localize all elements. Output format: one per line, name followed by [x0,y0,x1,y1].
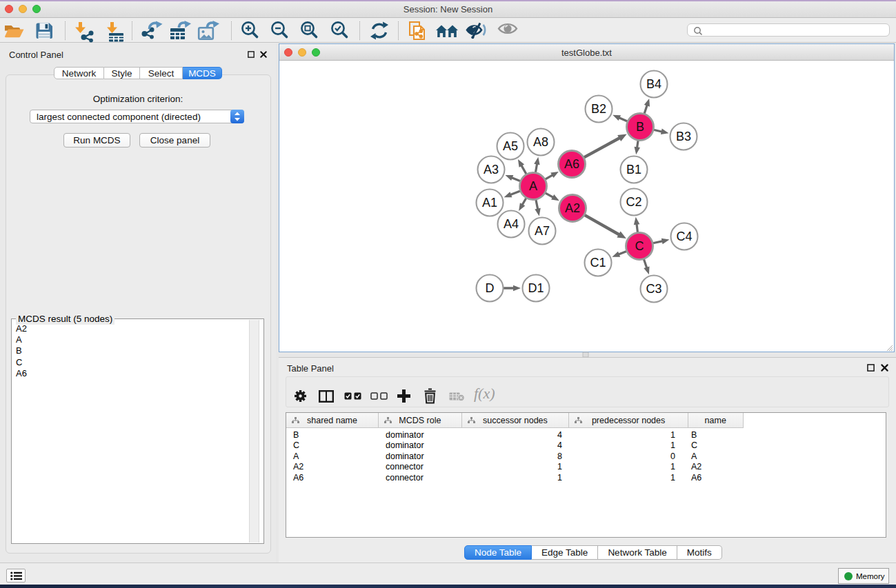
svg-text:B1: B1 [626,163,641,176]
svg-text:A6: A6 [564,157,579,171]
svg-text:D: D [486,281,495,295]
svg-text:C2: C2 [626,195,641,209]
svg-text:A: A [529,179,537,193]
svg-text:A4: A4 [504,217,519,231]
svg-text:C: C [635,239,644,253]
svg-text:A2: A2 [565,201,580,215]
svg-text:B4: B4 [646,77,661,91]
svg-text:A3: A3 [484,163,499,176]
svg-text:B3: B3 [676,130,691,143]
svg-text:C3: C3 [646,282,661,296]
svg-text:B: B [636,120,644,134]
svg-text:C4: C4 [676,230,692,243]
svg-text:A5: A5 [503,139,518,153]
svg-text:C1: C1 [590,256,606,270]
svg-text:A8: A8 [533,135,548,149]
svg-text:A1: A1 [482,196,497,210]
svg-text:B2: B2 [591,102,606,116]
svg-text:A7: A7 [535,224,550,238]
svg-text:D1: D1 [528,281,544,295]
